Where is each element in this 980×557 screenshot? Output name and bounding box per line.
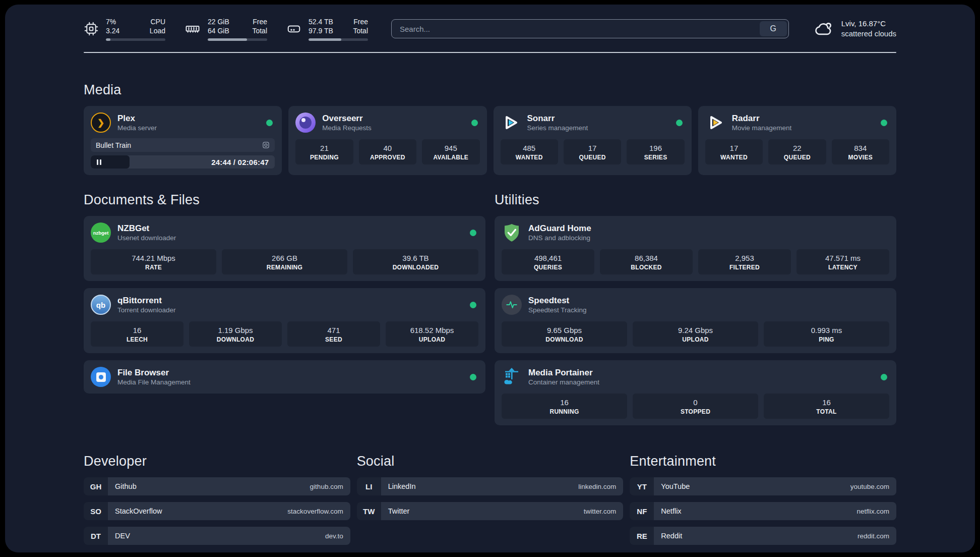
portainer-card[interactable]: Media Portainer Container management 16R… — [495, 360, 896, 425]
ram-free-value: 22 GiB — [208, 17, 229, 26]
search-input[interactable] — [392, 20, 758, 38]
pause-icon[interactable] — [97, 159, 98, 165]
search-engine-button[interactable]: G — [760, 21, 787, 36]
bookmark-abbr: YT — [630, 477, 654, 495]
section-title-developer: Developer — [84, 454, 350, 469]
nzbget-icon: nzbget — [91, 222, 111, 243]
bookmark-twitter[interactable]: TW Twittertwitter.com — [357, 502, 624, 520]
weather-widget: Lviv, 16.87°C scattered clouds — [813, 19, 896, 39]
stat-seed: 471SEED — [287, 321, 380, 347]
dashboard: 7% 3.24 CPU Load — [5, 5, 975, 552]
status-online-dot — [470, 302, 476, 308]
qbittorrent-card[interactable]: qb qBittorrent Torrent downloader 16LEEC… — [84, 288, 485, 353]
app-subtitle: Usenet downloader — [117, 234, 463, 243]
plex-card[interactable]: ❯ Plex Media server Bullet Train 24:44 /… — [84, 106, 282, 175]
now-playing-row: Bullet Train — [91, 138, 275, 152]
status-online-dot — [676, 120, 683, 126]
app-title: AdGuard Home — [528, 223, 889, 234]
bookmark-abbr: LI — [357, 477, 381, 495]
stat-wanted: 17WANTED — [705, 139, 763, 164]
bookmark-youtube[interactable]: YT YouTubeyoutube.com — [630, 477, 896, 495]
system-stats: 7% 3.24 CPU Load — [84, 17, 368, 41]
bookmark-url: netflix.com — [856, 508, 889, 515]
overseerr-card[interactable]: Overseerr Media Requests 21PENDING 40APP… — [288, 106, 486, 175]
stat-download: 1.19 GbpsDOWNLOAD — [189, 321, 282, 347]
nzbget-card[interactable]: nzbget NZBGet Usenet downloader 744.21 M… — [84, 216, 485, 281]
overseerr-icon — [295, 113, 316, 133]
weather-location-temp: Lviv, 16.87°C — [841, 19, 896, 29]
disk-stat: 52.4 TB 97.9 TB Free Total — [286, 17, 368, 41]
disk-icon — [286, 21, 301, 36]
bookmark-url: dev.to — [325, 532, 343, 540]
now-playing-title: Bullet Train — [96, 141, 262, 149]
stat-available: 945AVAILABLE — [422, 139, 479, 164]
bookmark-reddit[interactable]: RE Redditreddit.com — [630, 527, 896, 545]
stat-stopped: 0STOPPED — [633, 394, 758, 419]
plex-icon: ❯ — [91, 113, 111, 133]
stat-series: 196SERIES — [627, 139, 684, 164]
bookmark-name: YouTube — [661, 482, 850, 490]
bookmark-dev[interactable]: DT DEVdev.to — [84, 527, 350, 545]
app-subtitle: Movie management — [732, 124, 874, 133]
cpu-usage-bar — [106, 38, 165, 41]
bookmark-netflix[interactable]: NF Netflixnetflix.com — [630, 502, 896, 520]
bookmark-url: github.com — [310, 483, 343, 490]
cloud-icon — [813, 19, 834, 39]
bookmark-linkedin[interactable]: LI LinkedInlinkedin.com — [357, 477, 624, 495]
stat-queued: 17QUEUED — [564, 139, 621, 164]
app-title: qBittorrent — [117, 295, 463, 306]
stat-pending: 21PENDING — [295, 139, 353, 164]
bookmark-abbr: TW — [357, 502, 381, 520]
qbittorrent-icon: qb — [91, 295, 111, 315]
app-subtitle: Media server — [117, 124, 260, 133]
bookmark-name: Netflix — [661, 507, 856, 515]
app-subtitle: Container management — [528, 378, 874, 387]
stat-wanted: 485WANTED — [501, 139, 558, 164]
disk-usage-bar — [309, 38, 368, 41]
header-divider — [84, 52, 896, 53]
bookmark-github[interactable]: GH Githubgithub.com — [84, 477, 350, 495]
playback-elapsed — [91, 155, 130, 169]
ram-total-value: 64 GiB — [208, 26, 229, 35]
speedtest-card[interactable]: Speedtest Speedtest Tracking 9.65 GbpsDO… — [495, 288, 896, 353]
bookmark-abbr: NF — [630, 502, 654, 520]
section-title-media: Media — [84, 82, 896, 98]
stat-latency: 47.571 msLATENCY — [797, 249, 889, 274]
adguard-icon — [502, 222, 522, 243]
load-label: Load — [150, 26, 165, 35]
stat-filtered: 2,953FILTERED — [698, 249, 791, 274]
bookmark-name: Twitter — [388, 507, 584, 515]
stat-approved: 40APPROVED — [359, 139, 416, 164]
sonarr-card[interactable]: Sonarr Series management 485WANTED 17QUE… — [494, 106, 692, 175]
disk-total-label: Total — [353, 26, 368, 35]
adguard-card[interactable]: AdGuard Home DNS and adblocking 498,461Q… — [495, 216, 896, 281]
section-title-social: Social — [357, 454, 624, 469]
topbar: 7% 3.24 CPU Load — [84, 14, 896, 44]
app-subtitle: Media Requests — [322, 124, 464, 133]
bookmark-name: StackOverflow — [115, 507, 287, 515]
app-title: File Browser — [117, 367, 463, 378]
cpu-stat: 7% 3.24 CPU Load — [84, 17, 165, 41]
bookmark-url: stackoverflow.com — [287, 508, 343, 515]
app-title: Radarr — [732, 113, 874, 124]
radarr-icon — [705, 113, 725, 133]
bookmark-stackoverflow[interactable]: SO StackOverflowstackoverflow.com — [84, 502, 350, 520]
app-title: Overseerr — [322, 113, 464, 124]
bookmark-name: Github — [115, 482, 310, 490]
playback-progress-bar[interactable]: 24:44 / 02:06:47 — [91, 155, 275, 169]
bookmark-abbr: RE — [630, 527, 654, 545]
bookmark-abbr: DT — [84, 527, 108, 545]
weather-condition: scattered clouds — [841, 29, 896, 39]
app-title: Sonarr — [527, 113, 669, 124]
search-bar[interactable]: G — [391, 19, 789, 38]
status-online-dot — [470, 374, 476, 380]
app-subtitle: DNS and adblocking — [528, 234, 889, 243]
camera-icon[interactable] — [262, 141, 270, 149]
middle-columns: Documents & Files nzbget NZBGet Usenet d… — [84, 175, 896, 425]
radarr-card[interactable]: Radarr Movie management 17WANTED 22QUEUE… — [698, 106, 896, 175]
app-subtitle: Torrent downloader — [117, 306, 463, 315]
stat-ping: 0.993 msPING — [764, 321, 889, 347]
filebrowser-card[interactable]: File Browser Media File Management — [84, 360, 485, 394]
section-title-utilities: Utilities — [495, 192, 896, 208]
stat-queries: 498,461QUERIES — [502, 249, 594, 274]
